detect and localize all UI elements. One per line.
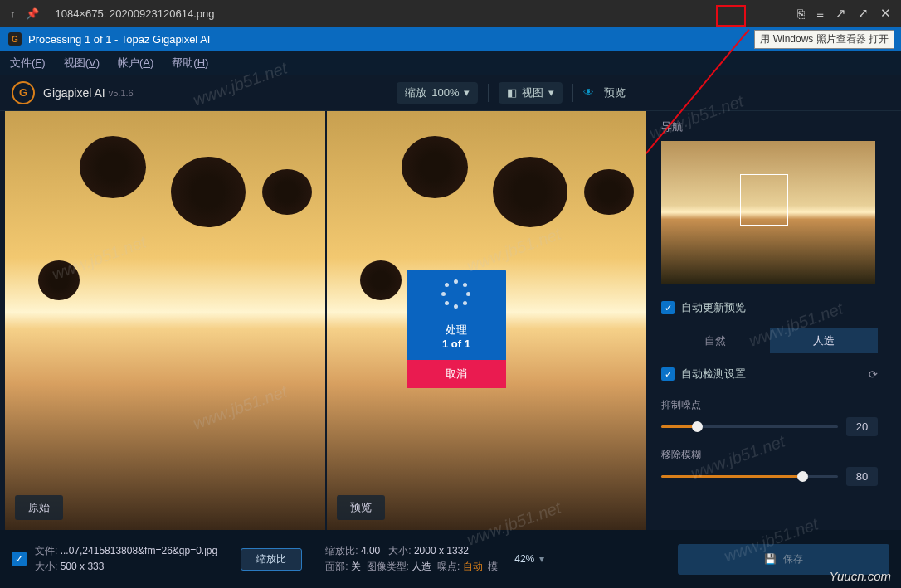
suppress-noise-label: 抑制噪点 [661,398,878,412]
progress-title: 处理 [407,323,506,338]
chevron-down-icon[interactable]: ▾ [539,553,544,565]
close-icon[interactable]: ✕ [880,6,891,21]
progress-count: 1 of 1 [407,338,506,350]
zoom-dropdown[interactable]: 缩放 100% ▾ [397,82,478,104]
auto-update-label: 自动更新预览 [681,300,746,315]
output-info: 缩放比: 4.00 大小: 2000 x 1332 面部: 关 图像类型: 人造… [325,543,498,575]
viewer-titlebar: ↑ 📌 1084×675: 20200923120614.png ⎘ ≡ ↗ ⤢… [0,0,901,27]
suppress-noise-slider[interactable] [661,425,838,428]
save-icon: 💾 [764,553,777,565]
side-panel: 导航 ✓ 自动更新预览 自然 人造 ✓ 自动检测设置 ⟳ 抑制噪点 20 [651,111,888,530]
navigator-viewport[interactable] [740,174,788,226]
suppress-noise-value[interactable]: 20 [846,417,878,436]
chevron-down-icon: ▾ [548,86,554,99]
scale-button[interactable]: 缩放比 [241,548,302,571]
menu-file[interactable]: 文件(F) [10,56,46,70]
menu-help[interactable]: 帮助(H) [172,56,208,70]
preview-label: 预览 [604,85,626,100]
image-type-tabs: 自然 人造 [661,328,878,353]
gigapixel-logo-icon: G [12,81,35,104]
progress-percent: 42% [514,553,534,565]
app-title: Processing 1 of 1 - Topaz Gigapixel AI [28,33,210,46]
pin-icon[interactable]: 📌 [26,7,39,20]
remove-blur-value[interactable]: 80 [846,467,878,486]
eye-icon[interactable]: 👁 [583,86,594,99]
checkbox-checked-icon[interactable]: ✓ [661,367,675,381]
viewer-title: 1084×675: 20200923120614.png [56,7,215,20]
original-label: 原始 [15,495,63,520]
spinner-icon [407,270,506,319]
open-external-icon[interactable]: ⎘ [797,7,805,21]
view-mode-icon: ◧ [507,86,517,99]
separator [572,84,573,102]
chevron-down-icon: ▾ [464,86,470,99]
upload-icon[interactable]: ↑ [10,7,16,20]
remove-blur-group: 移除模糊 80 [661,448,878,486]
tab-artificial[interactable]: 人造 [770,328,879,353]
remove-blur-label: 移除模糊 [661,448,878,462]
tab-natural[interactable]: 自然 [661,328,770,353]
open-external-tooltip: 用 Windows 照片查看器 打开 [754,30,894,49]
auto-detect-row[interactable]: ✓ 自动检测设置 ⟳ [661,362,878,386]
menubar: 文件(F) 视图(V) 帐户(A) 帮助(H) [0,51,901,75]
refresh-icon[interactable]: ⟳ [869,368,878,381]
auto-detect-label: 自动检测设置 [681,367,746,381]
app-name: Gigapixel AI [43,86,105,100]
file-info: 文件: ...07,2415813808&fm=26&gp=0.jpg 大小: … [35,543,217,575]
fullscreen-icon[interactable]: ⤢ [858,6,869,21]
view-dropdown[interactable]: ◧ 视图 ▾ [499,82,563,104]
watermark-yuucn: Yuucn.com [830,569,891,583]
file-checkbox[interactable]: ✓ [12,552,27,566]
auto-update-row[interactable]: ✓ 自动更新预览 [661,295,878,320]
app-logo-icon: G [8,32,22,46]
preview-area: 原始 预览 [0,111,651,530]
menu-view[interactable]: 视图(V) [64,56,100,70]
separator [488,84,489,102]
bottom-bar: ✓ 文件: ...07,2415813808&fm=26&gp=0.jpg 大小… [0,530,901,588]
toolbar: G Gigapixel AI v5.1.6 缩放 100% ▾ ◧ 视图 ▾ 👁… [0,75,901,111]
cancel-button[interactable]: 取消 [407,360,506,388]
list-icon[interactable]: ≡ [816,7,824,21]
progress-modal: 处理 1 of 1 取消 [407,270,506,388]
nav-title: 导航 [661,119,878,134]
app-version: v5.1.6 [109,88,134,98]
remove-blur-slider[interactable] [661,475,838,478]
menu-account[interactable]: 帐户(A) [118,56,153,70]
share-icon[interactable]: ↗ [835,6,846,21]
suppress-noise-group: 抑制噪点 20 [661,398,878,436]
checkbox-checked-icon[interactable]: ✓ [661,301,675,314]
preview-label: 预览 [337,495,385,520]
navigator-thumbnail[interactable] [661,141,875,284]
original-panel[interactable]: 原始 [5,111,325,530]
